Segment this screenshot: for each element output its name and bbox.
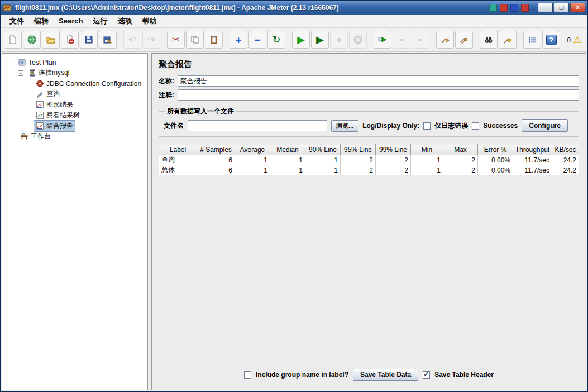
column-header[interactable]: KB/sec: [552, 144, 579, 155]
copy-icon: [190, 35, 200, 45]
start-no-pauses-button[interactable]: ▶: [311, 31, 329, 49]
clear-all-button[interactable]: [455, 31, 473, 49]
tree-item-thread-group[interactable]: − 连接mysql: [4, 68, 145, 78]
toolbar-group-expand: + − ↻: [230, 31, 285, 49]
undo-button[interactable]: ↶: [123, 31, 141, 49]
menu-search[interactable]: Search: [54, 16, 87, 26]
errors-only-checkbox[interactable]: [423, 122, 431, 130]
menu-help[interactable]: 帮助: [137, 15, 161, 27]
content-area: − Test Plan − 连接mysql JDBC Connection Co…: [1, 52, 587, 391]
tree-item-label: 图形结果: [46, 100, 73, 109]
tree-item-aggregate-report[interactable]: 聚合报告: [4, 121, 145, 131]
menu-edit[interactable]: 编辑: [30, 15, 53, 27]
clear-button[interactable]: [436, 31, 454, 49]
menu-run[interactable]: 运行: [88, 15, 112, 27]
cell: 6: [197, 155, 235, 165]
column-header[interactable]: Max: [443, 144, 478, 155]
comment-label: 注释:: [159, 90, 174, 100]
close-button[interactable]: ✕: [570, 3, 585, 12]
help-button[interactable]: ?: [542, 31, 560, 49]
cell: 总体: [159, 165, 197, 175]
browse-button[interactable]: 浏览...: [331, 120, 358, 132]
paste-button[interactable]: [205, 31, 223, 49]
maximize-button[interactable]: ▢: [554, 3, 569, 12]
filename-input[interactable]: [188, 120, 327, 131]
shutdown-button[interactable]: [349, 31, 367, 49]
cell: 查询: [159, 155, 197, 165]
column-header[interactable]: 95% Line: [341, 144, 376, 155]
function-helper-button[interactable]: [523, 31, 541, 49]
collapse-toggle-icon[interactable]: −: [18, 70, 23, 76]
menu-file[interactable]: 文件: [5, 15, 28, 27]
file-row: 文件名 浏览... Log/Display Only: 仅日志错误 Succes…: [164, 119, 574, 132]
column-header[interactable]: 99% Line: [376, 144, 411, 155]
tree-item-label: JDBC Connection Configuration: [46, 80, 141, 88]
toolbar: ↶ ↷ ✂ + − ↻ ▶ ▶ ● ● ●: [1, 28, 587, 52]
stop-button[interactable]: ●: [330, 31, 348, 49]
column-header[interactable]: Throughput: [513, 144, 552, 155]
tree-item-view-results-tree[interactable]: 察看结果树: [4, 110, 145, 121]
cell: 11.7/sec: [513, 155, 552, 165]
save-as-button[interactable]: [99, 31, 117, 49]
cut-button[interactable]: ✂: [167, 31, 185, 49]
start-icon: ▶: [297, 35, 305, 45]
remote-shutdown-all-button[interactable]: ●: [412, 31, 429, 49]
remote-shutdown-all-icon: ●: [418, 36, 422, 43]
tree-node-selected: 聚合报告: [34, 120, 75, 132]
tree-item-jdbc-config[interactable]: JDBC Connection Configuration: [4, 78, 145, 89]
collapse-all-button[interactable]: −: [248, 31, 266, 49]
column-header[interactable]: Average: [235, 144, 270, 155]
view-results-tree-icon: [36, 111, 44, 119]
copy-button[interactable]: [186, 31, 204, 49]
column-header[interactable]: Error %: [478, 144, 513, 155]
log-display-only-label: Log/Display Only:: [362, 122, 419, 130]
close-file-button[interactable]: [61, 31, 79, 49]
column-header[interactable]: Min: [411, 144, 443, 155]
remote-start-all-icon: [377, 35, 388, 45]
save-table-data-button[interactable]: Save Table Data: [353, 369, 418, 381]
tree-item-workbench[interactable]: 工作台: [4, 131, 145, 142]
menu-options[interactable]: 选项: [113, 15, 136, 27]
open-file-button[interactable]: [42, 31, 60, 49]
redo-button[interactable]: ↷: [142, 31, 160, 49]
cell: 1: [305, 165, 341, 175]
log-error-counter[interactable]: 0 ⚠: [567, 34, 585, 46]
binoculars-icon: [484, 35, 494, 45]
new-file-button[interactable]: [4, 31, 22, 49]
graph-results-icon: [36, 101, 44, 109]
tree-item-test-plan[interactable]: − Test Plan: [4, 57, 145, 68]
collapse-toggle-icon[interactable]: −: [8, 60, 13, 65]
column-header[interactable]: Median: [270, 144, 305, 155]
tree-item-jdbc-request[interactable]: 查询: [4, 89, 145, 99]
table-row[interactable]: 总体 6 1 1 1 2 2 1 2 0.00% 11.7/sec 24.2: [159, 165, 579, 175]
toggle-button[interactable]: ↻: [267, 31, 285, 49]
column-header[interactable]: Label: [159, 144, 197, 155]
jdbc-sampler-icon: [36, 90, 44, 98]
templates-icon: [27, 35, 37, 45]
successes-checkbox[interactable]: [472, 122, 479, 130]
remote-start-all-button[interactable]: [374, 31, 391, 49]
minimize-button[interactable]: —: [538, 3, 553, 12]
save-table-header-checkbox[interactable]: [423, 371, 430, 379]
search-button[interactable]: [480, 31, 498, 49]
cell: 1: [270, 165, 305, 175]
close-file-icon: [65, 35, 75, 45]
name-input[interactable]: [178, 75, 579, 87]
clear-icon: [440, 35, 450, 45]
column-header[interactable]: # Samples: [197, 144, 235, 155]
start-button[interactable]: ▶: [292, 31, 310, 49]
window-controls: — ▢ ✕: [538, 3, 585, 12]
tree-item-graph-results[interactable]: 图形结果: [4, 99, 145, 110]
toolbar-group-undo: ↶ ↷: [123, 31, 160, 49]
table-row[interactable]: 查询 6 1 1 1 2 2 1 2 0.00% 11.7/sec 24.2: [159, 155, 579, 165]
expand-all-button[interactable]: +: [230, 31, 247, 49]
column-header[interactable]: 90% Line: [305, 144, 341, 155]
include-group-name-checkbox[interactable]: [244, 371, 251, 379]
comment-input[interactable]: [178, 89, 579, 101]
templates-button[interactable]: [23, 31, 41, 49]
save-button[interactable]: [80, 31, 98, 49]
remote-stop-all-button[interactable]: ●: [393, 31, 410, 49]
cell: 2: [443, 155, 478, 165]
search-reset-button[interactable]: [499, 31, 517, 49]
configure-button[interactable]: Configure: [522, 119, 568, 132]
